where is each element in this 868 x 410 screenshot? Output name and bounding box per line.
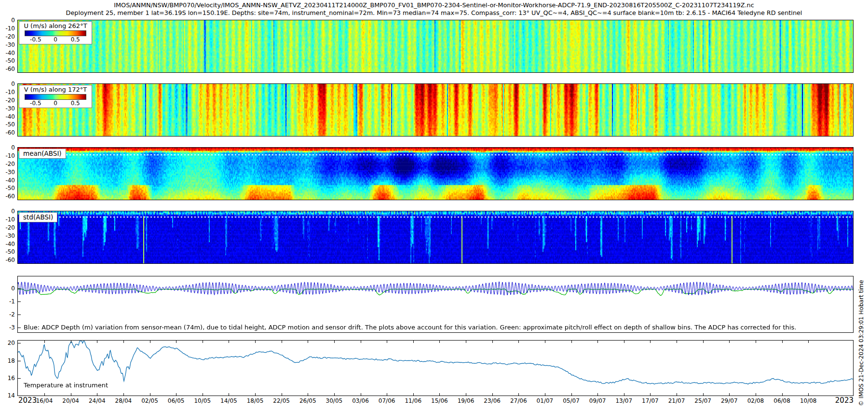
x-tick-label: 26/05 [299,397,316,404]
y-tick-label: -10 [0,216,15,223]
figure-subtitle: Deployment 25, member 1 lat=36.19S lon=1… [0,9,868,16]
x-tick-label: 19/06 [458,397,475,404]
y-tick-label: 14 [0,392,15,399]
y-tick-label: -50 [0,57,15,64]
x-tick-label: 18/05 [247,397,264,404]
y-tick-label: -30 [0,41,15,48]
panel-temperature: Temperature at instrument [17,340,854,396]
y-tick-label: -10 [0,152,15,159]
v-colorbar-tick-min: -0.5 [30,100,41,107]
std-absi-heatmap [18,211,853,263]
y-tick-label: -50 [0,121,15,128]
y-tick-label: -50 [0,185,15,191]
u-colorbar-legend: U (m/s) along 262°T -0.5 0 0.5 [19,21,92,44]
x-tick-label: 01/07 [537,397,554,404]
panel-v-velocity: V (m/s) along 172°T -0.5 0 0.5 [17,83,854,137]
x-tick-label: 09/07 [589,397,606,404]
y-tick-label: -60 [0,66,15,72]
panel-std-absi: std(ABSI) [17,211,854,264]
y-tick-label: -40 [0,50,15,56]
x-tick-label: 25/07 [694,397,711,404]
y-tick-label: 0 [0,17,15,24]
v-colorbar-tick-max: 0.5 [71,100,80,107]
x-tick-label: 10/08 [800,397,817,404]
y-tick-label: 0 [0,285,15,292]
y-tick-label: -40 [0,241,15,247]
x-tick-label: 17/07 [642,397,659,404]
y-tick-label: -1 [0,298,15,305]
y-tick-label: 16 [0,375,15,382]
y-tick-label: -50 [0,248,15,255]
y-tick-label: -20 [0,33,15,40]
std-absi-label: std(ABSI) [19,212,57,222]
y-tick-label: -30 [0,169,15,176]
y-tick-label: -30 [0,105,15,112]
mean-absi-heatmap [18,148,853,200]
panel-u-velocity: U (m/s) along 262°T -0.5 0 0.5 [17,20,854,73]
x-axis-year-right: 2023 [835,396,854,405]
x-tick-label: 13/07 [615,397,632,404]
x-tick-label: 11/06 [405,397,421,404]
v-velocity-heatmap [18,84,853,136]
u-colorbar-tick-max: 0.5 [71,36,80,43]
u-colorbar-tick-zero: 0 [54,36,57,43]
v-colorbar-gradient [25,94,86,100]
x-tick-label: 27/06 [510,397,527,404]
mean-absi-label: mean(ABSI) [19,149,66,159]
v-legend-title: V (m/s) along 172°T [21,86,90,94]
x-tick-label: 07/06 [379,397,395,404]
y-tick-label: -60 [0,257,15,263]
x-tick-label: 02/08 [747,397,764,404]
u-colorbar-ticks: -0.5 0 0.5 [21,36,90,43]
x-tick-label: 21/07 [668,397,685,404]
y-tick-label: 0 [0,144,15,151]
y-tick-label: -2 [0,311,15,318]
imos-watermark: © IMOS 21-Dec-2024 03:29:01 Hobart time [858,196,865,406]
x-tick-label: 22/05 [273,397,290,404]
y-tick-label: 20 [0,340,15,346]
x-tick-label: 28/04 [115,397,132,404]
y-tick-label: -40 [0,113,15,120]
x-tick-label: 02/05 [141,397,158,404]
x-tick-label: 10/05 [194,397,211,404]
x-tick-label: 03/06 [352,397,369,404]
x-tick-label: 29/07 [721,397,738,404]
x-tick-label: 06/08 [773,397,790,404]
figure-title: IMOS/ANMN/NSW/BMP070/Velocity/IMOS_ANMN-… [0,1,868,9]
y-tick-label: -30 [0,232,15,239]
y-tick-label: 0 [0,208,15,215]
y-tick-label: -60 [0,129,15,136]
v-colorbar-ticks: -0.5 0 0.5 [21,100,90,107]
x-tick-label: 23/06 [484,397,501,404]
u-velocity-heatmap [18,20,853,72]
x-tick-label: 05/07 [563,397,580,404]
y-tick-label: -3 [0,324,15,331]
x-tick-label: 14/05 [220,397,237,404]
y-tick-label: 0 [0,81,15,87]
x-tick-label: 16/04 [36,397,53,404]
x-tick-label: 20/04 [62,397,79,404]
x-tick-label: 06/05 [168,397,185,404]
y-tick-label: -20 [0,161,15,167]
y-tick-label: -40 [0,177,15,184]
temperature-plot [18,341,853,396]
x-tick-label: 15/06 [431,397,448,404]
panel-depth-variation: Blue: ADCP Depth (m) variation from sens… [17,276,854,333]
y-tick-label: -10 [0,25,15,32]
depth-variation-annotation: Blue: ADCP Depth (m) variation from sens… [24,324,796,331]
u-legend-title: U (m/s) along 262°T [21,22,90,30]
y-tick-label: 18 [0,357,15,364]
x-tick-label: 24/04 [89,397,106,404]
v-colorbar-legend: V (m/s) along 172°T -0.5 0 0.5 [19,85,92,108]
y-tick-label: -20 [0,224,15,231]
u-colorbar-gradient [25,30,86,36]
u-colorbar-tick-min: -0.5 [30,36,41,43]
y-tick-label: -60 [0,193,15,200]
temperature-label: Temperature at instrument [24,382,108,389]
y-tick-label: -10 [0,89,15,96]
figure-root: IMOS/ANMN/NSW/BMP070/Velocity/IMOS_ANMN-… [0,0,868,410]
v-colorbar-tick-zero: 0 [54,100,57,107]
y-tick-label: -20 [0,97,15,104]
x-axis-year-left: 2023 [18,396,37,405]
x-tick-label: 30/05 [326,397,343,404]
